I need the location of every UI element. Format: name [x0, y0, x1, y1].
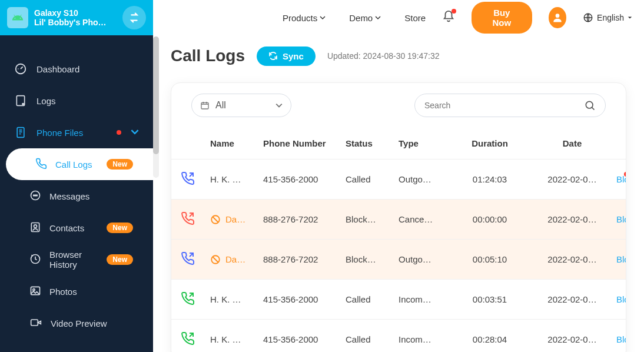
notifications-icon[interactable]	[442, 10, 455, 25]
block-link[interactable]: Block	[616, 214, 626, 224]
cell-duration: 00:00:00	[452, 214, 528, 224]
svg-point-0	[555, 14, 559, 18]
table-row[interactable]: H. K. …415-356-2000CalledOutgo…01:24:032…	[171, 160, 626, 200]
scrollbar[interactable]	[153, 36, 159, 178]
device-info: Galaxy S10 Lil' Bobby's Pho…	[34, 8, 117, 27]
chevron-down-icon	[275, 102, 283, 109]
cell-type: Incom…	[399, 294, 452, 304]
call-type-icon	[181, 291, 210, 307]
search-icon	[584, 99, 596, 111]
buy-now-button[interactable]: Buy Now	[472, 2, 532, 34]
search-box[interactable]	[414, 94, 606, 117]
nav-demo[interactable]: Demo	[349, 13, 381, 23]
svg-point-9	[36, 195, 38, 196]
sidebar-sub-photos[interactable]: Photos	[0, 275, 153, 307]
cell-type: Cance…	[399, 214, 452, 224]
table-row[interactable]: H. K. …415-356-2000CalledIncom…00:28:042…	[171, 320, 626, 352]
sidebar-sub-contacts[interactable]: ContactsNew	[0, 212, 153, 244]
cell-type: Incom…	[399, 334, 452, 344]
cell-type: Outgo…	[399, 174, 452, 184]
nav-products[interactable]: Products	[283, 13, 326, 23]
cell-date: 2022-02-0…	[528, 214, 616, 224]
cell-status: Called	[346, 334, 399, 344]
cell-date: 2022-02-0…	[528, 254, 616, 264]
sidebar-item-phone-files[interactable]: Phone Files	[0, 117, 153, 148]
language-label: English	[597, 13, 624, 22]
updated-timestamp: Updated: 2024-08-30 19:47:32	[327, 51, 440, 61]
sidebar-sub-messages[interactable]: Messages	[0, 180, 153, 212]
user-avatar[interactable]	[549, 7, 567, 28]
table-row[interactable]: Da…888-276-7202Block…Cance…00:00:002022-…	[171, 200, 626, 240]
cell-name: Da…	[210, 254, 263, 265]
table-row[interactable]: H. K. …415-356-2000CalledIncom…00:03:512…	[171, 280, 626, 320]
cell-name: H. K. …	[210, 334, 263, 344]
call-logs-icon	[35, 158, 47, 171]
block-link[interactable]: Block	[616, 334, 626, 344]
sidebar-sub-video-preview[interactable]: Video Preview	[0, 307, 153, 339]
call-logs-table: Name Phone Number Status Type Duration D…	[171, 128, 626, 352]
calendar-icon	[200, 101, 210, 110]
call-type-icon	[181, 211, 210, 227]
sidebar-dashboard-label: Dashboard	[36, 64, 79, 74]
svg-point-11	[34, 224, 37, 227]
svg-rect-16	[201, 102, 208, 109]
cell-type: Outgo…	[399, 254, 452, 264]
nav-store-label: Store	[404, 13, 426, 23]
filter-bar: All	[171, 83, 626, 128]
block-link[interactable]: Block	[616, 254, 626, 264]
notification-dot	[452, 9, 456, 14]
search-input[interactable]	[424, 101, 578, 110]
contacts-icon	[29, 221, 41, 235]
cell-duration: 01:24:03	[452, 174, 528, 184]
switch-device-button[interactable]	[122, 6, 146, 29]
filter-dropdown[interactable]: All	[191, 94, 291, 117]
scrollbar-thumb[interactable]	[153, 36, 159, 154]
video-preview-icon	[29, 317, 42, 330]
device-model: Galaxy S10	[34, 8, 117, 18]
table-header: Name Phone Number Status Type Duration D…	[171, 128, 626, 160]
sub-item-label: Messages	[49, 191, 89, 201]
sidebar-sub-browser-history[interactable]: Browser HistoryNew	[0, 244, 153, 275]
sync-button[interactable]: Sync	[257, 47, 316, 66]
cell-duration: 00:28:04	[452, 334, 528, 344]
svg-point-8	[35, 195, 36, 196]
top-bar: Products Demo Store Buy Now English	[153, 0, 644, 35]
dashboard-icon	[14, 62, 27, 75]
cell-status: Called	[346, 174, 399, 184]
svg-point-14	[33, 288, 35, 290]
block-link[interactable]: Block	[616, 174, 626, 184]
android-icon	[7, 7, 28, 28]
svg-point-17	[586, 101, 593, 108]
language-selector[interactable]: English	[583, 12, 632, 23]
cell-phone: 415-356-2000	[263, 334, 346, 344]
sidebar-phone-files-label: Phone Files	[36, 128, 83, 138]
sync-label: Sync	[283, 51, 304, 61]
sidebar: Dashboard Logs Phone Files Call LogsNewM…	[0, 35, 153, 352]
sub-item-label: Video Preview	[51, 318, 107, 328]
phone-files-icon	[14, 126, 27, 139]
cell-duration: 00:03:51	[452, 294, 528, 304]
col-type: Type	[399, 138, 452, 148]
page-header: Call Logs Sync Updated: 2024-08-30 19:47…	[171, 41, 626, 71]
messages-icon	[29, 190, 41, 203]
cell-status: Called	[346, 294, 399, 304]
nav-demo-label: Demo	[349, 13, 373, 23]
cell-name: H. K. …	[210, 294, 263, 304]
page-title: Call Logs	[171, 47, 245, 65]
sidebar-item-logs[interactable]: Logs	[0, 85, 153, 117]
filter-label: All	[215, 100, 270, 111]
call-logs-card: All Name Phone Number Status Type Durati…	[171, 82, 626, 352]
new-badge: New	[107, 254, 133, 265]
cell-date: 2022-02-0…	[528, 174, 616, 184]
sidebar-sub-call-logs[interactable]: Call LogsNew	[6, 148, 153, 180]
device-name: Lil' Bobby's Pho…	[34, 18, 117, 27]
sidebar-item-dashboard[interactable]: Dashboard	[0, 53, 153, 85]
table-row[interactable]: Da…888-276-7202Block…Outgo…00:05:102022-…	[171, 240, 626, 280]
cell-phone: 415-356-2000	[263, 174, 346, 184]
cell-status: Block…	[346, 254, 399, 264]
call-type-icon	[181, 251, 210, 267]
block-link[interactable]: Block	[616, 294, 626, 304]
cell-date: 2022-02-0…	[528, 294, 616, 304]
main-content: Call Logs Sync Updated: 2024-08-30 19:47…	[153, 35, 644, 352]
nav-store[interactable]: Store	[404, 13, 426, 23]
